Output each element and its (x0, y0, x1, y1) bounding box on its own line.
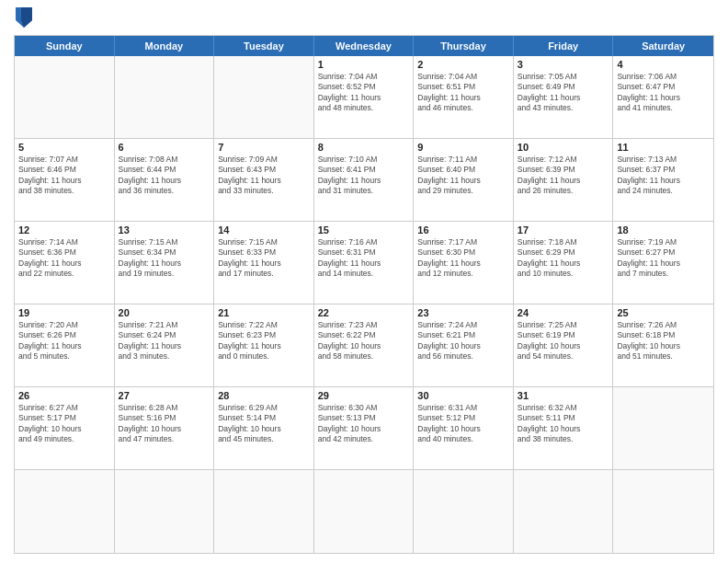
day-number: 19 (18, 307, 110, 318)
calendar-row: 19Sunrise: 7:20 AM Sunset: 6:26 PM Dayli… (15, 304, 713, 387)
calendar-cell: 29Sunrise: 6:30 AM Sunset: 5:13 PM Dayli… (314, 387, 415, 469)
calendar-cell (314, 470, 415, 553)
svg-marker-1 (21, 7, 32, 28)
calendar-cell: 26Sunrise: 6:27 AM Sunset: 5:17 PM Dayli… (15, 387, 115, 469)
day-number: 13 (119, 224, 210, 236)
calendar-cell (115, 56, 215, 138)
calendar-cell: 18Sunrise: 7:19 AM Sunset: 6:27 PM Dayli… (613, 222, 713, 304)
day-number: 23 (417, 307, 509, 318)
day-info: Sunrise: 6:31 AM Sunset: 5:12 PM Dayligh… (417, 403, 509, 445)
day-number: 24 (518, 307, 609, 318)
day-number: 9 (417, 142, 509, 153)
calendar-cell: 25Sunrise: 7:26 AM Sunset: 6:18 PM Dayli… (613, 304, 713, 386)
day-number: 8 (318, 142, 410, 153)
day-number: 17 (518, 224, 609, 236)
day-info: Sunrise: 6:30 AM Sunset: 5:13 PM Dayligh… (318, 403, 410, 445)
calendar-cell: 13Sunrise: 7:15 AM Sunset: 6:34 PM Dayli… (115, 222, 215, 304)
day-info: Sunrise: 6:27 AM Sunset: 5:17 PM Dayligh… (18, 403, 110, 445)
day-number: 25 (617, 307, 710, 318)
calendar-cell: 6Sunrise: 7:08 AM Sunset: 6:44 PM Daylig… (115, 139, 215, 221)
day-number: 28 (218, 390, 310, 401)
calendar-cell: 17Sunrise: 7:18 AM Sunset: 6:29 PM Dayli… (514, 222, 614, 304)
calendar-cell (15, 56, 115, 138)
day-number: 30 (417, 390, 509, 401)
day-info: Sunrise: 7:13 AM Sunset: 6:37 PM Dayligh… (617, 155, 710, 197)
day-info: Sunrise: 7:16 AM Sunset: 6:31 PM Dayligh… (318, 237, 410, 280)
calendar-cell (214, 56, 314, 138)
calendar-cell (613, 387, 713, 469)
day-info: Sunrise: 7:05 AM Sunset: 6:49 PM Dayligh… (518, 72, 609, 114)
calendar-cell: 2Sunrise: 7:04 AM Sunset: 6:51 PM Daylig… (414, 56, 514, 138)
day-info: Sunrise: 7:06 AM Sunset: 6:47 PM Dayligh… (617, 72, 710, 114)
calendar-cell: 23Sunrise: 7:24 AM Sunset: 6:21 PM Dayli… (414, 304, 514, 386)
calendar-cell: 20Sunrise: 7:21 AM Sunset: 6:24 PM Dayli… (115, 304, 215, 386)
calendar-cell: 3Sunrise: 7:05 AM Sunset: 6:49 PM Daylig… (514, 56, 614, 138)
day-number: 26 (18, 390, 110, 401)
page: SundayMondayTuesdayWednesdayThursdayFrid… (0, 0, 728, 563)
calendar-cell (115, 470, 215, 553)
calendar-body: 1Sunrise: 7:04 AM Sunset: 6:52 PM Daylig… (15, 56, 713, 553)
calendar-cell: 16Sunrise: 7:17 AM Sunset: 6:30 PM Dayli… (414, 222, 514, 304)
day-number: 31 (518, 390, 609, 401)
calendar-cell: 31Sunrise: 6:32 AM Sunset: 5:11 PM Dayli… (514, 387, 614, 469)
calendar-cell: 11Sunrise: 7:13 AM Sunset: 6:37 PM Dayli… (613, 139, 713, 221)
calendar-cell: 22Sunrise: 7:23 AM Sunset: 6:22 PM Dayli… (314, 304, 415, 386)
day-info: Sunrise: 7:14 AM Sunset: 6:36 PM Dayligh… (18, 237, 110, 280)
cal-header-day: Monday (115, 36, 215, 56)
day-number: 22 (318, 307, 410, 318)
day-info: Sunrise: 6:29 AM Sunset: 5:14 PM Dayligh… (218, 403, 310, 445)
day-number: 1 (318, 59, 410, 70)
day-info: Sunrise: 7:08 AM Sunset: 6:44 PM Dayligh… (119, 155, 210, 197)
day-info: Sunrise: 7:15 AM Sunset: 6:34 PM Dayligh… (119, 237, 210, 280)
calendar-cell: 9Sunrise: 7:11 AM Sunset: 6:40 PM Daylig… (414, 139, 514, 221)
day-info: Sunrise: 7:20 AM Sunset: 6:26 PM Dayligh… (18, 320, 110, 362)
logo (14, 9, 32, 28)
calendar-cell: 10Sunrise: 7:12 AM Sunset: 6:39 PM Dayli… (514, 139, 614, 221)
calendar-cell: 1Sunrise: 7:04 AM Sunset: 6:52 PM Daylig… (314, 56, 415, 138)
calendar-row: 5Sunrise: 7:07 AM Sunset: 6:46 PM Daylig… (15, 139, 713, 222)
day-number: 10 (518, 142, 609, 153)
calendar-cell: 27Sunrise: 6:28 AM Sunset: 5:16 PM Dayli… (115, 387, 215, 469)
day-info: Sunrise: 7:12 AM Sunset: 6:39 PM Dayligh… (518, 155, 609, 197)
cal-header-day: Wednesday (314, 36, 415, 56)
calendar: SundayMondayTuesdayWednesdayThursdayFrid… (14, 35, 714, 554)
calendar-cell: 24Sunrise: 7:25 AM Sunset: 6:19 PM Dayli… (514, 304, 614, 386)
day-info: Sunrise: 7:23 AM Sunset: 6:22 PM Dayligh… (318, 320, 410, 362)
calendar-cell: 21Sunrise: 7:22 AM Sunset: 6:23 PM Dayli… (214, 304, 314, 386)
day-number: 5 (18, 142, 110, 153)
calendar-cell: 12Sunrise: 7:14 AM Sunset: 6:36 PM Dayli… (15, 222, 115, 304)
calendar-cell: 14Sunrise: 7:15 AM Sunset: 6:33 PM Dayli… (214, 222, 314, 304)
day-info: Sunrise: 7:22 AM Sunset: 6:23 PM Dayligh… (218, 320, 310, 362)
cal-header-day: Saturday (613, 36, 713, 56)
calendar-row (15, 470, 713, 553)
day-info: Sunrise: 7:11 AM Sunset: 6:40 PM Dayligh… (417, 155, 509, 197)
calendar-cell: 19Sunrise: 7:20 AM Sunset: 6:26 PM Dayli… (15, 304, 115, 386)
day-info: Sunrise: 7:25 AM Sunset: 6:19 PM Dayligh… (518, 320, 609, 362)
day-number: 7 (218, 142, 310, 153)
day-number: 3 (518, 59, 609, 70)
day-number: 6 (119, 142, 210, 153)
day-number: 11 (617, 142, 710, 153)
day-number: 4 (617, 59, 710, 70)
day-info: Sunrise: 7:26 AM Sunset: 6:18 PM Dayligh… (617, 320, 710, 362)
cal-header-day: Thursday (414, 36, 514, 56)
day-number: 27 (119, 390, 210, 401)
day-number: 18 (617, 224, 710, 236)
calendar-cell (214, 470, 314, 553)
calendar-cell (613, 470, 713, 553)
header (14, 9, 714, 28)
calendar-row: 1Sunrise: 7:04 AM Sunset: 6:52 PM Daylig… (15, 56, 713, 139)
calendar-header: SundayMondayTuesdayWednesdayThursdayFrid… (15, 36, 713, 56)
calendar-cell: 30Sunrise: 6:31 AM Sunset: 5:12 PM Dayli… (414, 387, 514, 469)
day-info: Sunrise: 7:15 AM Sunset: 6:33 PM Dayligh… (218, 237, 310, 280)
cal-header-day: Friday (514, 36, 614, 56)
calendar-cell: 7Sunrise: 7:09 AM Sunset: 6:43 PM Daylig… (214, 139, 314, 221)
day-number: 14 (218, 224, 310, 236)
day-info: Sunrise: 7:10 AM Sunset: 6:41 PM Dayligh… (318, 155, 410, 197)
day-info: Sunrise: 7:24 AM Sunset: 6:21 PM Dayligh… (417, 320, 509, 362)
cal-header-day: Tuesday (214, 36, 314, 56)
day-info: Sunrise: 7:04 AM Sunset: 6:51 PM Dayligh… (417, 72, 509, 114)
calendar-cell: 4Sunrise: 7:06 AM Sunset: 6:47 PM Daylig… (613, 56, 713, 138)
calendar-cell (15, 470, 115, 553)
calendar-cell: 28Sunrise: 6:29 AM Sunset: 5:14 PM Dayli… (214, 387, 314, 469)
